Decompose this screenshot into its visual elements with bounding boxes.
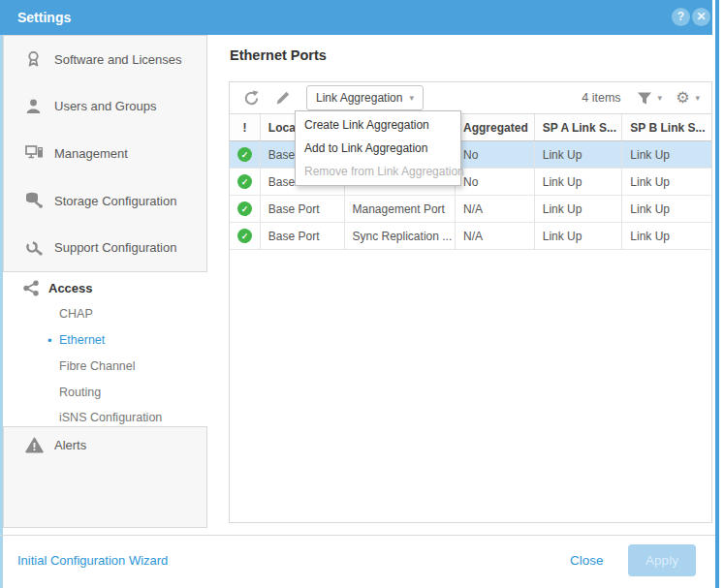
- column-header-aggregated[interactable]: Aggregated: [456, 114, 535, 140]
- link-aggregation-label: Link Aggregation: [316, 91, 402, 105]
- apply-button[interactable]: Apply: [628, 544, 696, 576]
- link-aggregation-menu: Create Link Aggregation Add to Link Aggr…: [295, 110, 461, 186]
- column-header-sp-a-link[interactable]: SP A Link S...: [535, 114, 623, 140]
- sidebar-item-alerts[interactable]: Alerts: [25, 437, 86, 453]
- sidebar-item-software-licenses[interactable]: Software and Licenses: [4, 36, 206, 83]
- menu-item-add-to-link-aggregation[interactable]: Add to Link Aggregation: [296, 137, 460, 160]
- table-row[interactable]: ✓ Base Port Sync Replication ... N/A Lin…: [230, 223, 711, 250]
- cell-location: Base Port: [261, 223, 345, 249]
- close-button[interactable]: Close: [570, 553, 604, 568]
- cell-name: Sync Replication ...: [345, 223, 456, 249]
- chevron-down-icon: ▾: [409, 93, 414, 103]
- sidebar-item-storage-configuration[interactable]: Storage Configuration: [4, 177, 206, 225]
- filter-funnel-icon[interactable]: [637, 91, 652, 106]
- sidebar-item-ethernet[interactable]: • Ethernet: [59, 333, 105, 353]
- items-count: 4 items: [582, 91, 620, 105]
- support-icon: [25, 239, 45, 257]
- menu-item-create-link-aggregation[interactable]: Create Link Aggregation: [296, 113, 460, 137]
- page-title: Ethernet Ports: [230, 47, 327, 63]
- sidebar-item-access[interactable]: Access: [22, 280, 93, 296]
- table-row[interactable]: ✓ Base Port Management Port N/A Link Up …: [230, 196, 711, 223]
- sidebar-item-label: Users and Groups: [54, 99, 157, 113]
- sidebar-item-label: Alerts: [54, 438, 86, 452]
- cell-sp-a-link: Link Up: [535, 223, 623, 249]
- column-header-sp-b-link[interactable]: SP B Link S...: [622, 114, 711, 140]
- cell-sp-b-link: Link Up: [622, 223, 711, 249]
- cell-sp-b-link: Link Up: [622, 141, 711, 168]
- cell-name: Management Port: [345, 196, 456, 222]
- monitor-icon: [25, 144, 45, 162]
- sidebar-item-management[interactable]: Management: [4, 130, 206, 177]
- sidebar-item-label: Management: [54, 146, 128, 161]
- edit-pencil-icon[interactable]: [275, 90, 291, 106]
- award-icon: [25, 50, 45, 68]
- gear-caret-icon[interactable]: ▾: [695, 93, 700, 103]
- sidebar-item-label: Storage Configuration: [54, 194, 176, 208]
- sidebar-item-label: Software and Licenses: [54, 52, 182, 67]
- settings-dialog: Settings ? ✕ Software and Licenses Users…: [0, 0, 724, 588]
- sidebar-item-chap[interactable]: CHAP: [59, 307, 93, 326]
- link-aggregation-dropdown-button[interactable]: Link Aggregation ▾: [306, 85, 424, 110]
- filter-caret-icon[interactable]: ▾: [658, 93, 663, 103]
- gear-icon[interactable]: ⚙: [676, 90, 689, 106]
- cell-location: Base Port: [261, 196, 345, 222]
- cell-aggregated: No: [456, 169, 535, 195]
- sidebar-item-label: Access: [48, 281, 93, 295]
- table-toolbar: Link Aggregation ▾ 4 items ▾ ⚙ ▾: [229, 81, 712, 114]
- sidebar-nav-group: Software and Licenses Users and Groups M…: [3, 35, 207, 272]
- cell-sp-a-link: Link Up: [535, 169, 623, 195]
- status-ok-icon: ✓: [237, 229, 252, 243]
- sidebar-item-users-groups[interactable]: Users and Groups: [4, 83, 206, 131]
- cell-sp-b-link: Link Up: [622, 169, 711, 195]
- sidebar-access-section: Access CHAP • Ethernet Fibre Channel Rou…: [3, 272, 207, 426]
- selected-bullet-icon: •: [47, 333, 52, 348]
- column-header-status[interactable]: !: [230, 114, 261, 140]
- help-icon[interactable]: ?: [672, 8, 690, 26]
- close-icon[interactable]: ✕: [692, 8, 710, 26]
- cell-aggregated: N/A: [456, 196, 535, 222]
- sidebar-alerts-section: Alerts: [3, 426, 207, 528]
- sidebar-item-fibre-channel[interactable]: Fibre Channel: [59, 359, 136, 379]
- sidebar-item-support-configuration[interactable]: Support Configuration: [4, 224, 206, 271]
- cell-sp-b-link: Link Up: [622, 196, 711, 222]
- cell-aggregated: No: [456, 141, 535, 168]
- cell-sp-a-link: Link Up: [535, 141, 623, 168]
- menu-item-remove-from-link-aggregation: Remove from Link Aggregation: [296, 160, 460, 183]
- footer-divider: [0, 535, 715, 536]
- title-bar: Settings ? ✕: [0, 0, 712, 35]
- refresh-icon[interactable]: [243, 90, 260, 107]
- storage-icon: [25, 192, 45, 209]
- status-ok-icon: ✓: [237, 201, 252, 216]
- sidebar-item-routing[interactable]: Routing: [59, 386, 101, 405]
- status-ok-icon: ✓: [237, 147, 252, 162]
- cell-aggregated: N/A: [456, 223, 535, 249]
- cell-sp-a-link: Link Up: [535, 196, 623, 222]
- background-right-stripe: [715, 0, 719, 588]
- dialog-title: Settings: [17, 0, 71, 35]
- share-icon: [22, 280, 41, 296]
- warning-icon: [25, 437, 45, 453]
- sidebar-item-label: Support Configuration: [54, 240, 176, 255]
- status-ok-icon: ✓: [237, 174, 252, 189]
- initial-configuration-wizard-link[interactable]: Initial Configuration Wizard: [17, 553, 168, 568]
- user-icon: [25, 98, 45, 115]
- sidebar-item-label: Ethernet: [59, 333, 105, 347]
